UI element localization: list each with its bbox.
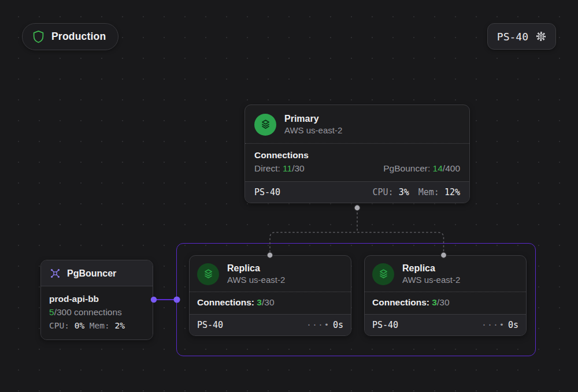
- replica-node-card[interactable]: Replica AWS us-east-2 Connections: 3/30 …: [189, 255, 351, 336]
- gear-icon[interactable]: [535, 30, 547, 43]
- primary-node-card[interactable]: Primary AWS us-east-2 Connections Direct…: [244, 104, 470, 203]
- direct-connections-stat: Direct: 11/30: [254, 163, 305, 174]
- pgbouncer-connections-stat: 5/300 connections: [49, 305, 144, 319]
- cluster-diagram-canvas: Production PS-40 Primary: [0, 0, 578, 392]
- replica-region: AWS us-east-2: [402, 274, 460, 286]
- replica-card-header: Replica AWS us-east-2: [365, 256, 526, 292]
- pgbouncer-title: PgBouncer: [67, 267, 116, 279]
- primary-connection-handle: [354, 205, 360, 211]
- replica-card-footer: PS-40 ···•0s: [365, 314, 526, 335]
- pgbouncer-node-icon: [49, 267, 61, 279]
- replica-region: AWS us-east-2: [227, 274, 285, 286]
- pgbouncer-connections-stat: PgBouncer: 14/400: [383, 163, 460, 174]
- cluster-size-badge[interactable]: PS-40: [487, 23, 556, 50]
- pgbouncer-card-body: prod-api-bb 5/300 connections CPU: 0% Me…: [41, 286, 153, 339]
- replica-connections-stat: Connections: 3/30: [190, 292, 351, 314]
- replica-title: Replica: [402, 262, 460, 274]
- replication-lag-indicator: ···•0s: [306, 320, 343, 330]
- environment-badge[interactable]: Production: [22, 23, 118, 50]
- primary-connections-section: Connections Direct: 11/30 PgBouncer: 14/…: [245, 144, 469, 181]
- database-layers-icon: [372, 263, 394, 285]
- primary-card-footer: PS-40 CPU: 3% Mem: 12%: [245, 181, 469, 203]
- replica-card-footer: PS-40 ···•0s: [190, 314, 351, 335]
- replica-size-label: PS-40: [197, 320, 223, 330]
- primary-mem-stat: Mem: 12%: [418, 187, 460, 197]
- database-layers-icon: [254, 114, 276, 136]
- replica-connections-stat: Connections: 3/30: [365, 292, 526, 314]
- cluster-size-label: PS-40: [497, 31, 528, 43]
- pgbouncer-metrics: CPU: 0% Mem: 2%: [49, 319, 144, 333]
- primary-cpu-stat: CPU: 3%: [373, 187, 409, 197]
- primary-card-header: Primary AWS us-east-2: [245, 105, 469, 143]
- primary-size-label: PS-40: [254, 187, 280, 197]
- connections-heading: Connections: [254, 150, 460, 160]
- primary-region: AWS us-east-2: [284, 125, 342, 136]
- replica-title: Replica: [227, 262, 285, 274]
- database-layers-icon: [197, 263, 219, 285]
- replica-card-header: Replica AWS us-east-2: [190, 256, 351, 292]
- replication-lag-indicator: ···•0s: [481, 320, 518, 330]
- pgbouncer-card-header: PgBouncer: [41, 260, 153, 286]
- shield-icon: [32, 30, 45, 43]
- replica-size-label: PS-40: [372, 320, 398, 330]
- replica-node-card[interactable]: Replica AWS us-east-2 Connections: 3/30 …: [364, 255, 527, 336]
- environment-label: Production: [51, 31, 106, 43]
- pgbouncer-node-card[interactable]: PgBouncer prod-api-bb 5/300 connections …: [40, 260, 153, 340]
- primary-title: Primary: [284, 113, 342, 125]
- pgbouncer-name: prod-api-bb: [49, 292, 144, 305]
